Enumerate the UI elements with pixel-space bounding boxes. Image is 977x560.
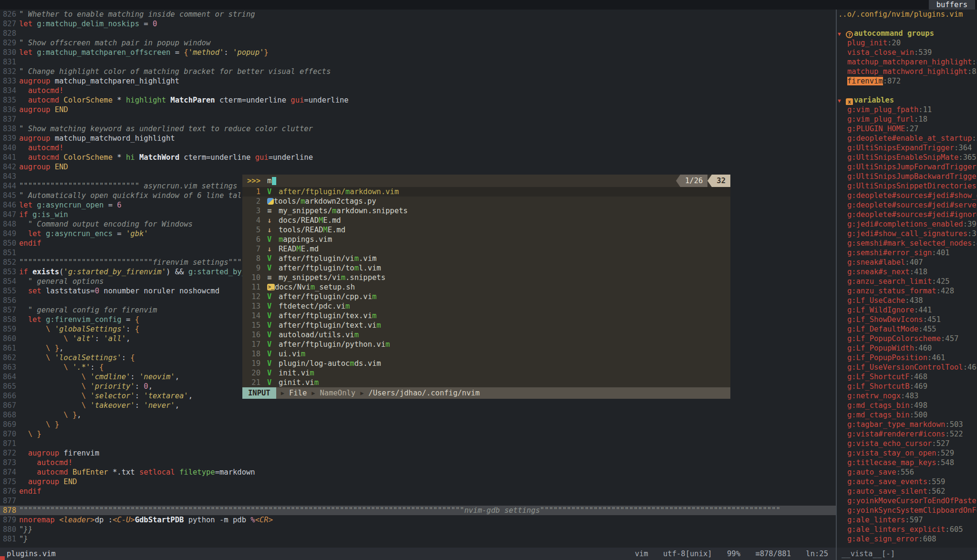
code-line[interactable]: 826" Whether to enable matching inside c… bbox=[0, 10, 836, 19]
tag-item[interactable]: g:semshi#mark_selected_nodes:400 bbox=[837, 239, 977, 248]
buffers-label[interactable]: buffers bbox=[929, 0, 975, 10]
list-item[interactable]: 10≡my_snippets/vim.snippets bbox=[242, 273, 730, 282]
section-header[interactable]: ▼xvariables bbox=[837, 95, 977, 105]
list-item[interactable]: 7↓README.md bbox=[242, 244, 730, 254]
tag-item[interactable]: g:yoinkSyncSystemClipboardOnFocus:592 bbox=[837, 506, 977, 515]
code-line[interactable]: 827let g:matchup_delim_noskips = 0 bbox=[0, 19, 836, 29]
tag-item[interactable]: plug_init:20 bbox=[837, 38, 977, 48]
tag-item[interactable]: g:ale_linters:597 bbox=[837, 515, 977, 525]
code-line[interactable]: 875 augroup END bbox=[0, 477, 836, 487]
code-line[interactable]: 876endif bbox=[0, 487, 836, 496]
tag-item[interactable]: g:md_ctags_bin:500 bbox=[837, 410, 977, 420]
list-item[interactable]: 6Vmappings.vim bbox=[242, 235, 730, 244]
tag-item[interactable]: g:vista#renderer#icons:522 bbox=[837, 429, 977, 439]
code-line[interactable]: 838" Show matching keyword as underlined… bbox=[0, 124, 836, 134]
code-line[interactable]: 869 \ } bbox=[0, 420, 836, 429]
code-line[interactable]: 868 \ }, bbox=[0, 410, 836, 420]
code-line[interactable]: 871 bbox=[0, 439, 836, 448]
list-item[interactable]: 4↓docs/README.md bbox=[242, 216, 730, 225]
code-line[interactable]: 831 bbox=[0, 57, 836, 67]
tag-item[interactable]: matchup_matchword_highlight:839 bbox=[837, 67, 977, 76]
code-line[interactable]: 836augroup END bbox=[0, 105, 836, 114]
tag-item[interactable]: g:Lf_ShortcutB:469 bbox=[837, 382, 977, 391]
list-item[interactable]: 15Vafter/ftplugin/text.vim bbox=[242, 321, 730, 330]
tag-item[interactable]: g:UltiSnipsSnippetDirectories:368 bbox=[837, 181, 977, 191]
tag-item[interactable]: g:deoplete#sources#jedi#server_timeout:3… bbox=[837, 200, 977, 210]
tag-item[interactable]: g:ale_sign_error:608 bbox=[837, 534, 977, 544]
tag-item[interactable]: g:Lf_PopupPosition:461 bbox=[837, 353, 977, 363]
code-line[interactable]: 837 bbox=[0, 114, 836, 124]
code-line[interactable]: 829" Show offscreen match pair in popup … bbox=[0, 38, 836, 48]
list-item[interactable]: 14Vafter/ftplugin/tex.vim bbox=[242, 311, 730, 321]
code-line[interactable]: 873 autocmd! bbox=[0, 458, 836, 467]
code-line[interactable]: 881"} bbox=[0, 534, 836, 544]
tag-item[interactable]: g:UltiSnipsExpandTrigger:364 bbox=[837, 143, 977, 153]
tag-item[interactable]: g:Lf_UseCache:438 bbox=[837, 296, 977, 305]
list-item[interactable]: 5↓tools/README.md bbox=[242, 225, 730, 235]
tag-item[interactable]: g:PLUGIN_HOME:27 bbox=[837, 124, 977, 134]
tag-item[interactable]: g:yoinkMoveCursorToEndOfPaste:590 bbox=[837, 496, 977, 506]
list-item[interactable]: 1Vafter/ftplugin/markdown.vim bbox=[242, 187, 730, 197]
tag-item[interactable]: g:Lf_ShortcutF:468 bbox=[837, 372, 977, 382]
tag-item[interactable]: g:jedi#show_call_signatures:395 bbox=[837, 229, 977, 239]
code-line[interactable]: 872 augroup firenvim bbox=[0, 448, 836, 458]
code-line[interactable]: 878"""""""""""""""""""""""""""""""""""""… bbox=[0, 506, 836, 515]
tag-item[interactable]: g:sneak#s_next:418 bbox=[837, 267, 977, 277]
tag-item[interactable]: g:vim_plug_furl:18 bbox=[837, 114, 977, 124]
code-line[interactable]: 834 autocmd! bbox=[0, 86, 836, 95]
tag-item[interactable]: firenvim:872 bbox=[837, 76, 977, 86]
tag-item[interactable]: g:auto_save:556 bbox=[837, 467, 977, 477]
collapse-arrow-icon[interactable]: ▼ bbox=[838, 96, 846, 105]
code-line[interactable]: 874 autocmd BufEnter *.txt setlocal file… bbox=[0, 467, 836, 477]
list-item[interactable]: 16Vautoload/utils.vim bbox=[242, 330, 730, 340]
code-line[interactable]: 839augroup matchup_matchword_highlight bbox=[0, 134, 836, 143]
tag-item[interactable]: vista_close_win:539 bbox=[837, 48, 977, 57]
list-item[interactable]: 20Vinit.vim bbox=[242, 368, 730, 378]
list-item[interactable]: 2tools/markdown2ctags.py bbox=[242, 197, 730, 206]
tag-item[interactable]: g:titlecase_map_keys:548 bbox=[837, 458, 977, 467]
list-item[interactable]: 12Vafter/ftplugin/cpp.vim bbox=[242, 292, 730, 301]
tag-item[interactable]: g:auto_save_events:559 bbox=[837, 477, 977, 487]
tag-item[interactable]: g:netrw_nogx:483 bbox=[837, 391, 977, 401]
tag-item[interactable]: g:deoplete#sources#jedi#ignore_errors:37… bbox=[837, 210, 977, 219]
tag-item[interactable]: g:vim_plug_fpath:11 bbox=[837, 105, 977, 114]
tag-item[interactable]: g:semshi#error_sign:401 bbox=[837, 248, 977, 258]
code-line[interactable]: 879nnoremap <leader>dp :<C-U>GdbStartPDB… bbox=[0, 515, 836, 525]
code-line[interactable]: 840 autocmd! bbox=[0, 143, 836, 153]
tag-item[interactable]: matchup_matchparen_highlight:833 bbox=[837, 57, 977, 67]
code-line[interactable]: 870 \ } bbox=[0, 429, 836, 439]
list-item[interactable]: 21Vginit.vim bbox=[242, 378, 730, 387]
tag-item[interactable]: g:Lf_PopupColorscheme:457 bbox=[837, 334, 977, 343]
tag-item[interactable]: g:Lf_ShowDevIcons:451 bbox=[837, 315, 977, 324]
code-line[interactable]: 833augroup matchup_matchparen_highlight bbox=[0, 76, 836, 86]
tag-item[interactable]: g:UltiSnipsEnableSnipMate:365 bbox=[837, 153, 977, 162]
code-line[interactable]: 841 autocmd ColorScheme * hi MatchWord c… bbox=[0, 153, 836, 162]
finder-input-bar[interactable]: >>> m 1/26 32 bbox=[242, 175, 730, 187]
tag-item[interactable]: g:deoplete#sources#jedi#show_docstring:3… bbox=[837, 191, 977, 200]
code-line[interactable]: 842augroup END bbox=[0, 162, 836, 172]
tag-item[interactable]: g:sneak#label:407 bbox=[837, 258, 977, 267]
tag-item[interactable]: g:Lf_WildIgnore:441 bbox=[837, 305, 977, 315]
tag-item[interactable]: g:md_ctags_bin:498 bbox=[837, 401, 977, 410]
code-line[interactable]: 828 bbox=[0, 29, 836, 38]
tag-item[interactable]: g:tagbar_type_markdown:503 bbox=[837, 420, 977, 429]
code-line[interactable]: 880"}} bbox=[0, 525, 836, 534]
tag-item[interactable]: g:auto_save_silent:562 bbox=[837, 487, 977, 496]
tag-item[interactable]: g:anzu_search_limit:425 bbox=[837, 277, 977, 286]
list-item[interactable]: 3≡my_snippets/markdown.snippets bbox=[242, 206, 730, 216]
tag-item[interactable]: g:vista_echo_cursor:527 bbox=[837, 439, 977, 448]
tag-item[interactable]: g:deoplete#enable_at_startup:354 bbox=[837, 134, 977, 143]
list-item[interactable]: 19Vplugin/log-autocmds.vim bbox=[242, 359, 730, 368]
tag-item[interactable]: g:UltiSnipsJumpForwardTrigger:366 bbox=[837, 162, 977, 172]
tag-item[interactable]: g:jedi#completions_enabled:390 bbox=[837, 219, 977, 229]
tag-item[interactable]: g:Lf_DefaultMode:455 bbox=[837, 324, 977, 334]
list-item[interactable]: 9Vafter/ftplugin/toml.vim bbox=[242, 263, 730, 273]
code-line[interactable]: 835 autocmd ColorScheme * highlight Matc… bbox=[0, 95, 836, 105]
list-item[interactable]: 8Vafter/ftplugin/vim.vim bbox=[242, 254, 730, 263]
tag-item[interactable]: g:anzu_status_format:428 bbox=[837, 286, 977, 296]
list-item[interactable]: 13Vftdetect/pdc.vim bbox=[242, 301, 730, 311]
tag-item[interactable]: g:Lf_PopupWidth:460 bbox=[837, 343, 977, 353]
code-line[interactable]: 867 \ 'takeover': 'never', bbox=[0, 401, 836, 410]
list-item[interactable]: 18Vui.vim bbox=[242, 349, 730, 359]
code-line[interactable]: 832" Change highlight color of matching … bbox=[0, 67, 836, 76]
